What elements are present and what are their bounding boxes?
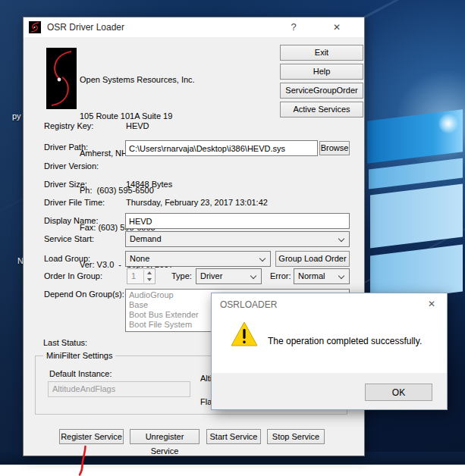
stepper-up-icon[interactable] [144, 270, 154, 276]
browse-button[interactable]: Browse [319, 141, 350, 155]
unregister-service-button[interactable]: Unregister Service [130, 429, 200, 444]
default-instance-input[interactable]: AltitudeAndFlags [48, 381, 190, 397]
service-start-value: Demand [130, 234, 162, 243]
company-line: Open Systems Resources, Inc. [80, 74, 195, 86]
driver-size-value: 14848 Bytes [126, 180, 172, 189]
registry-key-label: Registry Key: [44, 121, 93, 130]
type-value: Driver [200, 271, 222, 280]
error-dropdown[interactable]: Normal [294, 268, 350, 284]
default-instance-label: Default Instance: [49, 369, 112, 378]
dialog-title: OSRLOADER [220, 299, 277, 310]
registry-key-value: HEVD [126, 121, 149, 130]
type-label: Type: [171, 271, 192, 280]
service-start-dropdown[interactable]: Demand [125, 231, 350, 247]
chevron-down-icon [259, 255, 265, 261]
osr-app-icon [29, 21, 41, 33]
stepper-down-icon[interactable] [144, 276, 154, 282]
driver-file-time-value: Thursday, February 23, 2017 13:01:42 [126, 198, 268, 207]
warning-icon [230, 321, 259, 348]
driver-size-label: Driver Size: [44, 180, 87, 189]
display-name-input[interactable] [125, 213, 350, 229]
service-start-label: Service Start: [44, 234, 94, 243]
group-load-order-button[interactable]: Group Load Order [275, 251, 350, 267]
window-title: OSR Driver Loader [47, 22, 124, 33]
osrloader-dialog: OSRLOADER ✕ The operation completed succ… [211, 293, 448, 410]
minifilter-settings-legend: MiniFilter Settings [43, 351, 115, 360]
stepper-arrows[interactable] [143, 270, 154, 283]
wallpaper-window-pane [370, 184, 463, 249]
help-button[interactable]: Help [280, 64, 363, 80]
help-caption-button[interactable]: ? [278, 17, 309, 37]
stop-service-button[interactable]: Stop Service [267, 429, 325, 444]
order-in-group-stepper[interactable]: 1 [127, 268, 156, 284]
dialog-message: The operation completed successfully. [268, 336, 422, 346]
driver-path-input[interactable] [125, 140, 318, 156]
service-group-order-button[interactable]: ServiceGroupOrder [280, 83, 363, 99]
osr-logo [46, 48, 77, 109]
chevron-down-icon [338, 236, 344, 242]
exit-button[interactable]: Exit [280, 45, 363, 61]
error-value: Normal [298, 271, 325, 280]
start-service-button[interactable]: Start Service [206, 429, 261, 444]
wallpaper-glow [438, 114, 458, 133]
dialog-close-icon[interactable]: ✕ [416, 293, 447, 315]
active-services-button[interactable]: Active Services [280, 102, 363, 117]
desktop-icon-label-fragment: py [12, 111, 21, 121]
title-bar[interactable]: OSR Driver Loader ? ✕ [24, 17, 364, 37]
depend-on-groups-label: Depend On Group(s): [44, 290, 124, 299]
ok-button[interactable]: OK [365, 384, 432, 401]
order-in-group-label: Order In Group: [44, 271, 102, 280]
driver-path-label: Driver Path: [44, 142, 88, 152]
close-icon[interactable]: ✕ [318, 17, 356, 37]
error-label: Error: [270, 271, 291, 280]
display-name-label: Display Name: [44, 216, 99, 225]
load-group-value: None [130, 254, 149, 263]
driver-file-time-label: Driver File Time: [44, 198, 105, 207]
driver-version-label: Driver Version: [44, 161, 99, 171]
wallpaper-window-pane [369, 158, 463, 189]
load-group-dropdown[interactable]: None [125, 251, 271, 267]
screen: py N OSR Driver Loader ? ✕ Open Systems … [0, 0, 465, 476]
load-group-label: Load Group: [44, 254, 90, 263]
order-in-group-value: 1 [131, 271, 136, 280]
register-service-button[interactable]: Register Service [59, 429, 124, 444]
chevron-down-icon [338, 273, 344, 279]
last-status-label: Last Status: [43, 338, 87, 347]
chevron-down-icon [250, 273, 256, 279]
type-dropdown[interactable]: Driver [196, 268, 262, 284]
